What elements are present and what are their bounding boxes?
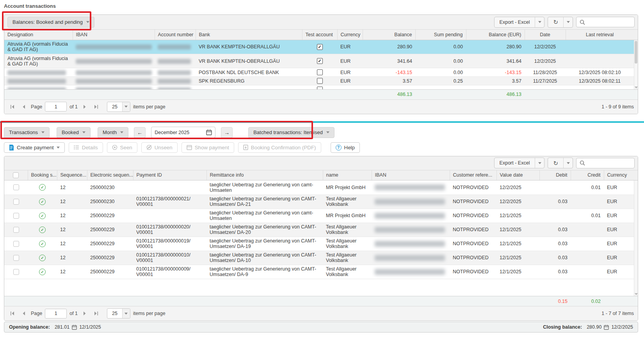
col-bank[interactable]: Bank	[196, 30, 302, 40]
test-account-checkbox[interactable]: ✓	[317, 69, 323, 75]
refresh-options-button[interactable]	[563, 17, 573, 27]
next-page-button[interactable]	[80, 103, 89, 111]
show-payment-button[interactable]: Show payment	[181, 142, 234, 153]
col-remittance-info[interactable]: Remittance info	[206, 170, 323, 181]
help-button[interactable]: ? Help	[331, 142, 360, 153]
col-value-date[interactable]: Value date	[496, 170, 539, 181]
page-number-input[interactable]	[45, 309, 67, 319]
previous-page-button[interactable]	[20, 103, 28, 111]
balances-search-input[interactable]	[587, 19, 631, 25]
transactions-search-input[interactable]	[587, 160, 631, 166]
first-page-button[interactable]	[8, 103, 17, 111]
next-period-button[interactable]: →	[221, 127, 233, 138]
balance-row[interactable]: SPK REGENSBURG ✓ EUR 3.57 0.25 3.57 11/2…	[4, 77, 634, 85]
col-booking-status[interactable]: Booking s...	[28, 170, 57, 181]
col-electronic-sequence[interactable]: Electronic sequen...	[87, 170, 133, 181]
export-options-button[interactable]	[535, 17, 544, 27]
transaction-row[interactable]: ✓ ✓ 12 250000229 0100121738/000000019/ V…	[4, 237, 634, 251]
vertical-scrollbar[interactable]	[634, 40, 638, 89]
balance-row[interactable]: Atruvia AG (vormals Fiducia & GAD IT AG)…	[4, 54, 634, 68]
test-account-checkbox[interactable]: ✓	[317, 87, 323, 89]
scrollbar-down-arrow-icon[interactable]	[635, 87, 638, 88]
select-all-checkbox[interactable]: ✓	[13, 172, 19, 178]
previous-page-button[interactable]	[20, 309, 28, 318]
col-payment-id[interactable]: Payment ID	[133, 170, 206, 181]
col-credit[interactable]: Credit	[571, 170, 604, 181]
redacted-iban	[375, 199, 445, 205]
row-checkbox[interactable]: ✓	[13, 241, 19, 247]
booking-confirmation-button[interactable]: Booking Confirmation (PDF)	[238, 142, 321, 153]
currency-cell: EUR	[337, 54, 363, 68]
col-date[interactable]: Date	[525, 30, 566, 40]
test-account-checkbox[interactable]: ✓	[317, 78, 323, 84]
refresh-button[interactable]: ↻	[548, 17, 563, 27]
balance-row[interactable]: POSTBANK NDL DEUTSCHE BANK ✓ EUR -143.15…	[4, 68, 634, 77]
row-checkbox[interactable]: ✓	[13, 269, 19, 275]
last-page-button[interactable]	[92, 103, 100, 111]
col-last-retrieval[interactable]: Last retrieval	[566, 30, 634, 40]
col-test-account[interactable]: Test account	[302, 30, 337, 40]
col-iban[interactable]: IBAN	[73, 30, 155, 40]
next-page-button[interactable]	[80, 309, 89, 318]
seen-button[interactable]: Seen	[107, 142, 137, 153]
col-name[interactable]: name	[323, 170, 372, 181]
test-account-checkbox[interactable]: ✓	[317, 44, 323, 50]
refresh-button[interactable]: ↻	[548, 158, 563, 168]
create-payment-button[interactable]: Create payment	[4, 142, 65, 153]
refresh-options-button[interactable]	[563, 158, 573, 168]
col-currency[interactable]: Currency	[604, 170, 634, 181]
row-checkbox[interactable]: ✓	[13, 227, 19, 233]
last-page-button[interactable]	[92, 309, 100, 318]
balances-grid: Balances: Booked and pending Export - Ex…	[4, 14, 638, 114]
name-cell: MR Projekt GmbH	[326, 185, 365, 190]
transaction-row[interactable]: ✓ ✓ 12 250000229 0100121738/000000020/ V…	[4, 223, 634, 237]
row-checkbox[interactable]: ✓	[13, 184, 19, 190]
name-cell: Test Allgaeuer Volksbank	[326, 238, 357, 249]
period-dropdown[interactable]: Month	[98, 127, 128, 138]
redacted-account-number	[158, 87, 191, 89]
transaction-row[interactable]: ✓ ✓ 12 250000229 0100121738/000000009/ V…	[4, 265, 634, 279]
page-size-dropdown[interactable]: 25	[107, 308, 130, 319]
col-iban[interactable]: IBAN	[372, 170, 450, 181]
calendar-icon[interactable]	[206, 129, 212, 135]
booking-confirmation-label: Booking Confirmation (PDF)	[251, 145, 316, 150]
details-button[interactable]: Details	[69, 142, 103, 153]
balance-row-partial[interactable]: ✓	[4, 85, 634, 89]
vertical-scrollbar[interactable]	[634, 181, 638, 296]
col-designation[interactable]: Designation	[4, 30, 73, 40]
first-page-button[interactable]	[8, 309, 17, 318]
balances-filter-dropdown[interactable]: Balances: Booked and pending	[7, 17, 94, 28]
row-checkbox[interactable]: ✓	[13, 213, 19, 219]
row-checkbox[interactable]: ✓	[13, 255, 19, 261]
export-options-button[interactable]	[535, 158, 544, 168]
col-currency[interactable]: Currency	[337, 30, 363, 40]
previous-period-button[interactable]: ←	[134, 127, 146, 138]
status-dropdown[interactable]: Booked	[57, 127, 91, 138]
col-account-number[interactable]: Account number	[155, 30, 196, 40]
redacted-iban	[375, 269, 445, 275]
date-picker[interactable]: December 2025	[151, 127, 215, 138]
col-sequence[interactable]: Sequence...	[57, 170, 87, 181]
col-debit[interactable]: Debit	[539, 170, 571, 181]
export-excel-button[interactable]: Export - Excel	[495, 158, 535, 168]
last-retrieval-cell: 12/3/2025 08:02:10	[566, 68, 634, 77]
scrollbar-thumb[interactable]	[635, 41, 637, 64]
col-customer-reference[interactable]: Customer refere...	[450, 170, 496, 181]
col-balance-eur[interactable]: Balance (EUR)	[466, 30, 525, 40]
transaction-row[interactable]: ✓ ✓ 12 250000230 0100121738/000000021/ V…	[4, 195, 634, 209]
batch-view-dropdown[interactable]: Batched transactions: Itemised	[248, 127, 334, 138]
test-account-checkbox[interactable]: ✓	[317, 58, 323, 64]
view-dropdown[interactable]: Transactions	[4, 127, 50, 138]
unseen-button[interactable]: Unseen	[141, 142, 178, 153]
balance-row[interactable]: Atruvia AG (vormals Fiducia & GAD IT AG)…	[4, 40, 634, 54]
transaction-row[interactable]: ✓ ✓ 12 250000229 taeglicher Uebertrag zu…	[4, 209, 634, 223]
row-checkbox[interactable]: ✓	[13, 199, 19, 205]
col-balance[interactable]: Balance	[363, 30, 415, 40]
col-sum-pending[interactable]: Sum pending	[415, 30, 466, 40]
export-excel-button[interactable]: Export - Excel	[495, 17, 535, 27]
page-number-input[interactable]	[45, 102, 67, 111]
page-size-dropdown[interactable]: 25	[107, 102, 130, 112]
transaction-row[interactable]: ✓ ✓ 12 250000229 0100121738/000000010/ V…	[4, 251, 634, 265]
transaction-row[interactable]: ✓ ✓ 12 250000230 taeglicher Uebertrag zu…	[4, 181, 634, 195]
scrollbar-down-arrow-icon[interactable]	[635, 293, 638, 295]
